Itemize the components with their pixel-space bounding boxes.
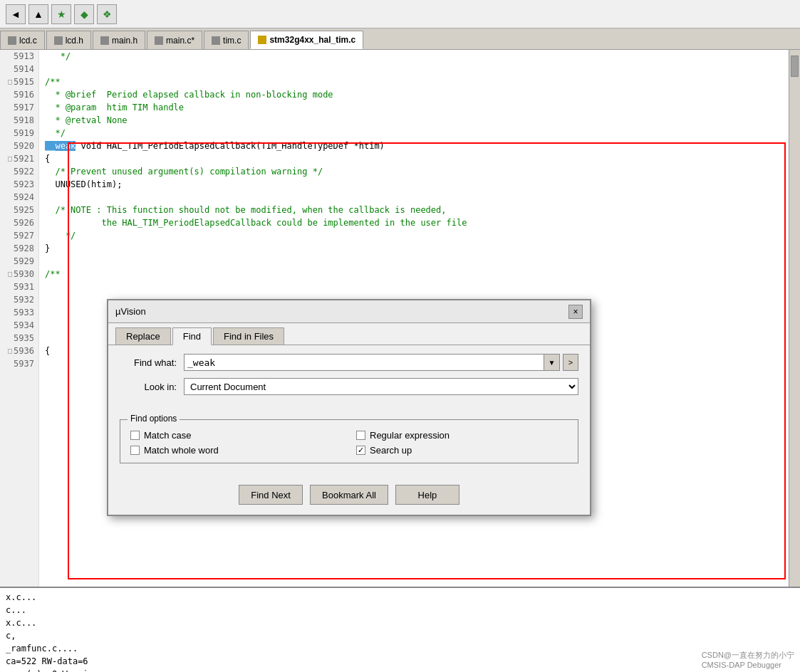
find-what-dropdown[interactable]: ▼ [544,354,560,371]
match-whole-word-checkbox[interactable] [130,446,140,455]
line-5918: 5918 [0,114,38,127]
code-line-5916: * @brief Period elapsed callback in non-… [45,88,794,101]
find-what-row: Find what: ▼ > [120,354,578,371]
code-line-5921: { [45,152,794,165]
dialog-tab-find[interactable]: Find [172,327,212,345]
look-in-row: Look in: Current Document All Open Docum… [120,378,578,395]
line-5934: 5934 [0,319,38,332]
line-5917: 5917 [0,101,38,114]
bottom-line-2: c... [6,604,794,616]
line-5924: 5924 [0,191,38,204]
dialog-title: µVision [115,306,146,317]
line-5925: 5925 [0,204,38,216]
line-numbers: 5913 5914 □5915 5916 5917 5918 5919 5920… [0,50,39,587]
line-5929: 5929 [0,255,38,268]
scrollbar-vertical[interactable] [789,50,800,587]
code-line-5917: * @param htim TIM handle [45,101,794,114]
line-5931: 5931 [0,280,38,293]
dialog-close-button[interactable]: × [568,305,583,319]
toolbar: ◄ ▲ ★ ◆ ❖ [0,0,800,28]
code-line-5922: /* Prevent unused argument(s) compilatio… [45,165,794,178]
dialog-body: Find what: ▼ > Look in: Current Document… [108,345,590,479]
line-5935: 5935 [0,332,38,345]
look-in-label: Look in: [120,382,177,392]
find-what-input[interactable] [184,354,544,371]
code-line-5929 [45,255,794,268]
code-line-5918: * @retval None [45,114,794,127]
match-case-row: Match case [130,430,342,441]
match-case-label: Match case [144,430,191,441]
code-line-5926: the HAL_TIM_PeriodElapsedCallback could … [45,216,794,229]
spacer [120,402,578,416]
regular-expression-label: Regular expression [370,430,450,441]
bottom-line-7: rror(s), 0 Warni [6,668,794,672]
line-5922: 5922 [0,165,38,178]
line-5923: 5923 [0,178,38,191]
line-5930: □5930 [0,268,38,280]
code-line-5919: */ [45,127,794,140]
code-line-5930: /** [45,268,794,280]
find-what-input-wrap: ▼ > [184,354,578,371]
match-case-checkbox[interactable] [130,431,140,440]
search-up-checkbox[interactable] [356,446,365,455]
line-5921: □5921 [0,152,38,165]
line-5928: 5928 [0,242,38,255]
find-what-label: Find what: [120,357,177,368]
dialog-tabs: Replace Find Find in Files [108,323,590,345]
code-line-5927: */ [45,229,794,242]
dialog-titlebar: µVision × [108,300,590,323]
line-5937: 5937 [0,357,38,370]
regular-expression-checkbox[interactable] [356,431,365,440]
tab-main-h[interactable]: main.h [93,31,145,49]
tab-tim-c[interactable]: tim.c [204,31,249,49]
code-line-5925: /* NOTE : This function should not be mo… [45,204,794,216]
tab-lcd-c[interactable]: lcd.c [0,31,45,49]
toolbar-btn-diamond[interactable]: ◆ [74,4,94,24]
toolbar-btn-back[interactable]: ◄ [6,4,26,24]
look-in-select[interactable]: Current Document All Open Documents [184,378,578,395]
scrollbar-thumb[interactable] [791,56,799,77]
code-line-5928: } [45,242,794,255]
line-5915: □5915 [0,75,38,88]
bottom-line-6: ca=522 RW-data=6 [6,655,794,668]
bottom-line-1: x.c... [6,591,794,604]
line-5914: 5914 [0,63,38,75]
bottom-line-5: _ramfunc.c.... [6,642,794,655]
code-line-5923: UNUSED(htim); [45,178,794,191]
code-line-5913: */ [45,50,794,63]
line-5926: 5926 [0,216,38,229]
dialog-tab-find-in-files[interactable]: Find in Files [213,327,284,345]
tab-stm32-tim-c[interactable]: stm32g4xx_hal_tim.c [250,31,363,49]
editor-area: ◄ ▲ ★ ◆ ❖ lcd.c lcd.h main.h main.c* tim… [0,0,800,672]
find-what-arrow-btn[interactable]: > [563,354,578,371]
dialog-tab-replace[interactable]: Replace [115,327,171,345]
options-grid: Match case Regular expression Match whol… [130,430,568,456]
find-options-box: Find options Match case Regular expressi… [120,419,578,463]
bottom-panel: x.c... c... x.c... c, _ramfunc.c.... ca=… [0,587,800,672]
line-5916: 5916 [0,88,38,101]
find-next-button[interactable]: Find Next [239,485,303,505]
find-options-legend: Find options [128,414,180,424]
toolbar-btn-star[interactable]: ★ [51,4,71,24]
bottom-line-3: x.c... [6,616,794,629]
code-line-5924 [45,191,794,204]
toolbar-btn-up[interactable]: ▲ [28,4,48,24]
toolbar-btn-diamond2[interactable]: ❖ [97,4,117,24]
code-line-5931 [45,280,794,293]
tab-lcd-h[interactable]: lcd.h [46,31,91,49]
line-5927: 5927 [0,229,38,242]
tab-main-c[interactable]: main.c* [147,31,202,49]
bottom-line-4: c, [6,629,794,642]
code-line-5920: __weak void HAL_TIM_PeriodElapsedCallbac… [45,140,794,152]
line-5932: 5932 [0,293,38,306]
line-5913: 5913 [0,50,38,63]
code-line-5914 [45,63,794,75]
regular-expression-row: Regular expression [356,430,568,441]
match-whole-word-row: Match whole word [130,445,342,456]
line-5919: 5919 [0,127,38,140]
line-5933: 5933 [0,306,38,319]
line-5920: 5920 [0,140,38,152]
help-button[interactable]: Help [395,485,459,505]
match-whole-word-label: Match whole word [144,445,219,456]
bookmark-all-button[interactable]: Bookmark All [310,485,388,505]
